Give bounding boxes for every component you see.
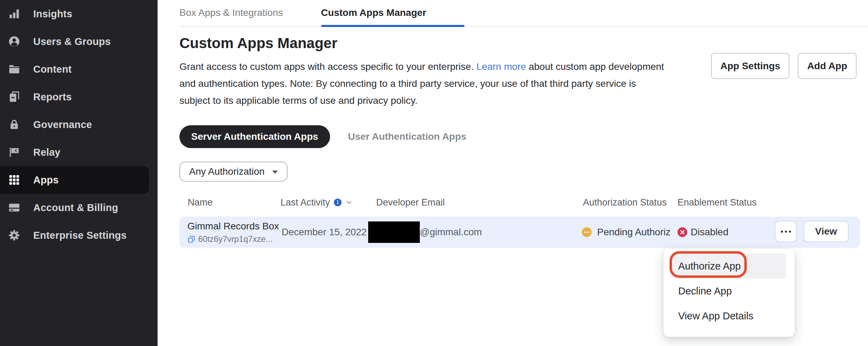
server-authentication-apps-toggle[interactable]: Server Authentication Apps bbox=[179, 125, 330, 148]
sidebar-item-content[interactable]: Content bbox=[0, 55, 158, 83]
column-header-enablement-status: Enablement Status bbox=[677, 195, 756, 210]
page-description: Grant access to custom apps with access … bbox=[179, 58, 664, 109]
authorization-status-cell: Pending Authorization bbox=[582, 217, 671, 248]
tab-label: Custom Apps Manager bbox=[321, 7, 426, 18]
add-app-button[interactable]: Add App bbox=[798, 53, 857, 79]
sidebar-item-label: Enterprise Settings bbox=[33, 230, 127, 241]
sidebar-item-label: Insights bbox=[33, 8, 72, 20]
developer-email-domain: @gimmal.com bbox=[420, 217, 482, 248]
authorization-filter-dropdown[interactable]: Any Authorization bbox=[179, 162, 287, 182]
row-more-actions-button[interactable] bbox=[775, 221, 797, 242]
bar-chart-icon bbox=[8, 8, 20, 20]
sidebar-item-reports[interactable]: Reports bbox=[0, 83, 158, 111]
apps-tabs: Box Apps & Integrations Custom Apps Mana… bbox=[179, 0, 464, 27]
app-settings-button[interactable]: App Settings bbox=[711, 53, 790, 79]
lock-icon bbox=[8, 118, 20, 131]
sidebar-item-enterprise-settings[interactable]: Enterprise Settings bbox=[0, 221, 158, 249]
tab-label: Box Apps & Integrations bbox=[179, 7, 283, 18]
filter-selected-value: Any Authorization bbox=[189, 166, 265, 177]
tab-custom-apps-manager[interactable]: Custom Apps Manager bbox=[321, 7, 464, 27]
view-button[interactable]: View bbox=[804, 221, 849, 242]
column-header-authorization-status: Authorization Status bbox=[583, 195, 667, 210]
enablement-status-text: Disabled bbox=[691, 227, 728, 238]
user-circle-icon bbox=[8, 35, 20, 48]
authorization-status-text: Pending Authorization bbox=[597, 227, 671, 238]
sidebar-item-relay[interactable]: Relay bbox=[0, 138, 158, 166]
flag-icon bbox=[8, 146, 20, 158]
apps-table-header: Name Last Activity Developer Email Autho… bbox=[179, 195, 860, 210]
menu-item-authorize-app[interactable]: Authorize App bbox=[670, 254, 786, 279]
tab-box-apps-integrations[interactable]: Box Apps & Integrations bbox=[179, 7, 321, 27]
page-title: Custom Apps Manager bbox=[179, 35, 337, 52]
sidebar-item-governance[interactable]: Governance bbox=[0, 111, 158, 138]
ellipsis-icon bbox=[780, 230, 791, 233]
caret-down-icon bbox=[272, 171, 278, 174]
app-name: Gimmal Records Box bbox=[187, 221, 279, 232]
grid-icon bbox=[8, 174, 20, 186]
enablement-status-cell: Disabled bbox=[677, 217, 728, 248]
description-text: Grant access to custom apps with access … bbox=[179, 61, 476, 72]
last-activity-cell: December 15, 2022 bbox=[282, 217, 367, 248]
documents-icon bbox=[8, 91, 20, 103]
admin-sidebar: Insights Users & Groups Content bbox=[0, 0, 158, 346]
folder-icon bbox=[8, 63, 20, 75]
info-icon[interactable] bbox=[334, 198, 342, 207]
app-name-cell: Gimmal Records Box 60tz6y7vrp1q7xze... bbox=[187, 221, 279, 244]
header-actions: App Settings Add App bbox=[711, 53, 857, 79]
sidebar-item-label: Relay bbox=[33, 147, 60, 158]
description-line-3: subject to its applicable terms of use a… bbox=[179, 92, 664, 109]
column-header-last-activity[interactable]: Last Activity bbox=[281, 195, 352, 210]
sidebar-item-label: Content bbox=[33, 64, 72, 75]
column-header-developer-email: Developer Email bbox=[376, 195, 445, 210]
sidebar-item-label: Reports bbox=[33, 91, 72, 103]
gear-icon bbox=[8, 229, 20, 242]
auth-type-toggle: Server Authentication Apps User Authenti… bbox=[179, 125, 466, 148]
sort-chevron-down-icon[interactable] bbox=[345, 200, 352, 205]
copy-icon[interactable] bbox=[187, 235, 195, 243]
sidebar-item-label: Account & Billing bbox=[33, 202, 118, 213]
description-text: about custom app development bbox=[526, 61, 664, 72]
row-actions-menu: Authorize App Decline App View App Detai… bbox=[663, 248, 795, 337]
sidebar-item-label: Governance bbox=[33, 119, 92, 130]
app-id: 60tz6y7vrp1q7xze... bbox=[198, 234, 273, 244]
description-line-1: Grant access to custom apps with access … bbox=[179, 58, 664, 75]
disabled-status-icon bbox=[677, 227, 687, 237]
user-authentication-apps-toggle[interactable]: User Authentication Apps bbox=[348, 131, 467, 142]
table-row[interactable]: Gimmal Records Box 60tz6y7vrp1q7xze... D… bbox=[179, 217, 860, 248]
sidebar-item-insights[interactable]: Insights bbox=[0, 0, 158, 28]
menu-item-decline-app[interactable]: Decline App bbox=[670, 279, 786, 303]
sidebar-item-account-billing[interactable]: Account & Billing bbox=[0, 194, 158, 221]
sidebar-item-label: Apps bbox=[33, 174, 59, 186]
description-line-2: and authentication types. Note: By conne… bbox=[179, 75, 664, 92]
app-id-line: 60tz6y7vrp1q7xze... bbox=[187, 234, 279, 244]
menu-item-view-app-details[interactable]: View App Details bbox=[670, 303, 786, 328]
sidebar-item-apps[interactable]: Apps bbox=[0, 166, 149, 194]
learn-more-link[interactable]: Learn more bbox=[476, 61, 526, 72]
pending-status-icon bbox=[582, 227, 592, 237]
redacted-email-box bbox=[368, 221, 420, 243]
sidebar-item-label: Users & Groups bbox=[33, 36, 111, 47]
column-header-label: Last Activity bbox=[281, 197, 330, 208]
column-header-name: Name bbox=[188, 195, 213, 210]
sidebar-item-users-groups[interactable]: Users & Groups bbox=[0, 28, 158, 55]
credit-card-icon bbox=[8, 201, 20, 214]
